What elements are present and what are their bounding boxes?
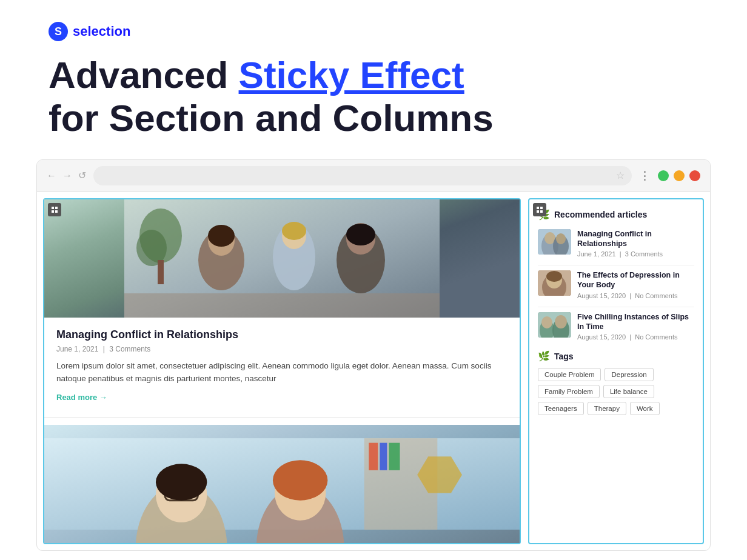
tag-therapy[interactable]: Therapy — [588, 402, 626, 415]
rec-info-3: Five Chilling Instances of Slips In Time… — [577, 312, 694, 341]
article-2-scene-svg — [44, 425, 520, 543]
browser-content: Managing Conflict in Relationships June … — [37, 192, 710, 550]
svg-point-13 — [208, 225, 235, 247]
rec-thumb-3 — [538, 312, 571, 338]
tag-life-balance[interactable]: Life balance — [603, 385, 654, 398]
logo-area: S selection — [0, 0, 747, 41]
rec-comments-3: No Comments — [635, 333, 677, 341]
rec-thumb-1 — [538, 229, 571, 255]
rec-title-3: Five Chilling Instances of Slips In Time — [577, 312, 694, 332]
rec-date-2: August 15, 2020 — [577, 292, 626, 299]
column-handle-main — [48, 203, 61, 216]
recommended-title-text: Recommended articles — [554, 210, 647, 219]
svg-point-46 — [546, 271, 562, 282]
tag-couple-problem[interactable]: Couple Problem — [538, 368, 601, 381]
rec-date-1: June 1, 2021 — [577, 250, 616, 258]
rec-comments-2: No Comments — [635, 292, 677, 299]
svg-rect-37 — [540, 210, 543, 213]
browser-mockup: ← → ↺ ☆ ⋮ — [36, 159, 711, 551]
tags-section: 🌿 Tags Couple Problem Depression Family … — [538, 350, 694, 415]
rec-divider-2 — [538, 307, 694, 307]
article-1-separator: | — [103, 345, 105, 353]
dot-green — [658, 170, 669, 181]
rec-item-2: The Effects of Depression in Your Body A… — [538, 270, 694, 299]
sidebar-column: 🌿 Recommended articles Managing Conflict… — [528, 198, 704, 544]
svg-rect-2 — [52, 207, 54, 209]
rec-divider-1 — [538, 265, 694, 265]
more-icon[interactable]: ⋮ — [639, 169, 651, 182]
svg-rect-4 — [52, 210, 54, 213]
tags-title-text: Tags — [554, 352, 574, 361]
hero-heading: Advanced Sticky Effect for Section and C… — [0, 41, 747, 140]
rec-info-1: Managing Conflict in Relationships June … — [577, 229, 694, 258]
rec-info-2: The Effects of Depression in Your Body A… — [577, 270, 694, 299]
svg-text:S: S — [55, 25, 62, 38]
svg-rect-24 — [380, 442, 387, 470]
svg-point-42 — [556, 233, 566, 244]
star-icon: ☆ — [616, 170, 625, 181]
selection-logo-icon: S — [49, 22, 68, 41]
rec-meta-3: August 15, 2020 | No Comments — [577, 333, 694, 341]
svg-rect-36 — [537, 210, 539, 213]
recommended-widget-title: 🌿 Recommended articles — [538, 209, 694, 221]
article-1-comments: 3 Comments — [109, 345, 150, 353]
column-handle-sidebar — [533, 203, 546, 216]
back-button[interactable]: ← — [47, 170, 56, 181]
article-1-image — [44, 199, 520, 318]
svg-rect-34 — [537, 207, 539, 209]
hero-line1-plain: Advanced — [49, 54, 239, 96]
dot-yellow — [674, 170, 685, 181]
article-1-divider — [44, 417, 520, 418]
svg-rect-23 — [369, 442, 378, 470]
dot-red — [689, 170, 700, 181]
article-1-meta: June 1, 2021 | 3 Comments — [56, 345, 507, 353]
svg-rect-35 — [540, 207, 543, 209]
tags-container: Couple Problem Depression Family Problem… — [538, 368, 694, 415]
article-1-title: Managing Conflict in Relationships — [56, 328, 507, 341]
tag-family-problem[interactable]: Family Problem — [538, 385, 600, 398]
article-2-image — [44, 425, 520, 543]
svg-rect-20 — [124, 293, 440, 318]
therapy-scene-svg — [44, 199, 520, 318]
rec-item-1: Managing Conflict in Relationships June … — [538, 229, 694, 258]
svg-rect-10 — [158, 260, 164, 284]
svg-rect-25 — [389, 442, 400, 470]
article-1-body: Managing Conflict in Relationships June … — [44, 318, 520, 410]
svg-point-49 — [541, 316, 552, 328]
svg-point-16 — [282, 222, 306, 240]
leaf-icon-2: 🌿 — [538, 350, 550, 362]
tag-work[interactable]: Work — [630, 402, 660, 415]
svg-point-51 — [555, 315, 567, 328]
logo-text: selection — [73, 24, 130, 39]
browser-toolbar: ← → ↺ ☆ ⋮ — [37, 160, 710, 192]
rec-title-1: Managing Conflict in Relationships — [577, 229, 694, 249]
browser-nav-icons: ← → ↺ — [47, 170, 86, 181]
rec-comments-1: 3 Comments — [625, 250, 663, 258]
url-bar[interactable]: ☆ — [93, 166, 632, 185]
hero-line2: for Section and Columns — [49, 97, 494, 139]
rec-date-3: August 15, 2020 — [577, 333, 626, 341]
rec-item-3: Five Chilling Instances of Slips In Time… — [538, 312, 694, 341]
rec-meta-1: June 1, 2021 | 3 Comments — [577, 250, 694, 258]
svg-point-19 — [346, 224, 375, 245]
article-1-read-more[interactable]: Read more → — [56, 393, 107, 402]
svg-rect-3 — [55, 207, 58, 209]
svg-point-33 — [273, 460, 327, 500]
rec-meta-2: August 15, 2020 | No Comments — [577, 292, 694, 299]
svg-rect-5 — [55, 210, 58, 213]
rec-thumb-2 — [538, 270, 571, 296]
main-column: Managing Conflict in Relationships June … — [43, 198, 521, 544]
svg-point-30 — [156, 464, 207, 500]
rec-title-2: The Effects of Depression in Your Body — [577, 270, 694, 290]
forward-button[interactable]: → — [62, 170, 72, 181]
reload-button[interactable]: ↺ — [78, 170, 86, 181]
hero-line1-link[interactable]: Sticky Effect — [239, 54, 464, 96]
tag-teenagers[interactable]: Teenagers — [538, 402, 584, 415]
article-1-excerpt: Lorem ipsum dolor sit amet, consectetuer… — [56, 359, 507, 385]
article-1-date: June 1, 2021 — [56, 345, 98, 353]
tags-widget-title: 🌿 Tags — [538, 350, 694, 362]
tag-depression[interactable]: Depression — [605, 368, 653, 381]
browser-dots — [658, 170, 700, 181]
